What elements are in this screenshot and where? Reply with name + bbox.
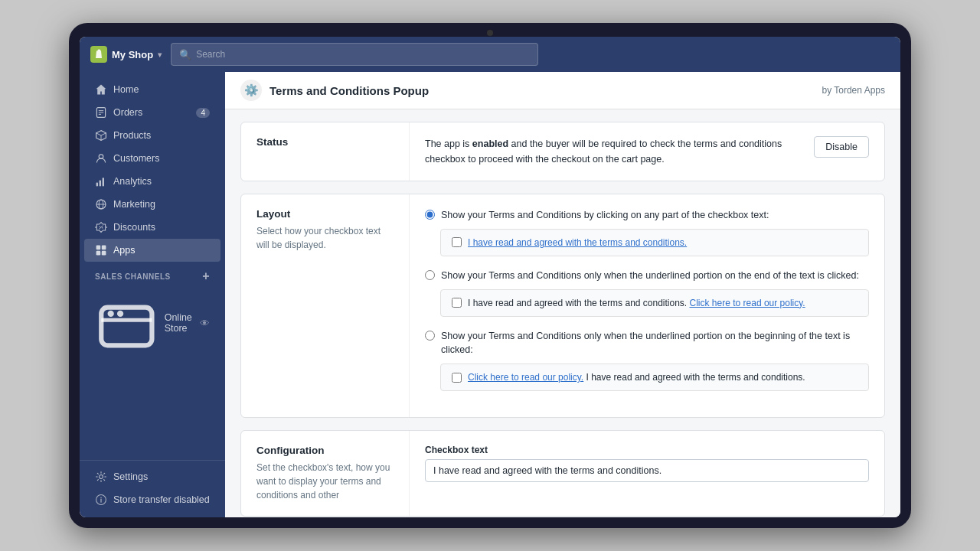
- sidebar-label-store-transfer: Store transfer disabled: [113, 494, 210, 505]
- customers-icon: [95, 152, 107, 165]
- sidebar-item-settings[interactable]: Settings: [84, 465, 220, 488]
- status-section-title: Status: [256, 136, 394, 148]
- status-text-part1: The app is: [425, 139, 472, 149]
- shop-name: My Shop: [112, 49, 153, 60]
- svg-line-7: [101, 133, 106, 135]
- svg-point-25: [108, 311, 114, 317]
- sidebar-item-orders[interactable]: Orders 4: [84, 101, 220, 124]
- shop-logo[interactable]: My Shop ▾: [90, 46, 162, 63]
- content-header: ⚙️ Terms and Conditions Popup by Torden …: [225, 72, 900, 109]
- layout-section-title: Layout: [256, 208, 394, 220]
- sales-channels-label: SALES CHANNELS: [95, 272, 171, 281]
- sidebar-item-store-transfer[interactable]: Store transfer disabled: [84, 488, 220, 511]
- checkbox-text-input[interactable]: [425, 459, 869, 482]
- layout-radio-1[interactable]: [425, 210, 435, 220]
- sidebar-label-marketing: Marketing: [113, 199, 155, 210]
- config-section-desc: Set the checkbox's text, how you want to…: [256, 461, 394, 502]
- tablet-frame: My Shop ▾ 🔍 Search Home: [69, 23, 911, 528]
- orders-icon: [95, 106, 107, 119]
- status-card-inner: Status The app is enabled and the buyer …: [241, 122, 884, 181]
- preview-checkbox-1[interactable]: [452, 237, 462, 247]
- svg-point-30: [100, 497, 101, 497]
- sidebar-label-discounts: Discounts: [113, 222, 155, 233]
- preview-link-1[interactable]: I have read and agreed with the terms an…: [468, 237, 687, 248]
- search-bar[interactable]: 🔍 Search: [171, 43, 538, 66]
- layout-card: Layout Select how your checkbox text wil…: [240, 194, 885, 418]
- status-card-right: The app is enabled and the buyer will be…: [410, 122, 884, 181]
- preview-checkbox-3[interactable]: [452, 373, 462, 383]
- shopify-logo-icon: [90, 46, 107, 63]
- layout-option-1-label: Show your Terms and Conditions by clicki…: [441, 208, 769, 223]
- svg-rect-9: [96, 183, 98, 187]
- page-title: Terms and Conditions Popup: [270, 84, 429, 97]
- layout-card-right: Show your Terms and Conditions by clicki…: [410, 194, 884, 417]
- content-header-left: ⚙️ Terms and Conditions Popup: [240, 80, 429, 101]
- config-card-left: Configuration Set the checkbox's text, h…: [241, 431, 410, 516]
- layout-section-desc: Select how your checkbox text will be di…: [256, 224, 394, 252]
- discounts-icon: [95, 221, 107, 233]
- tablet-camera: [487, 30, 493, 36]
- status-card: Status The app is enabled and the buyer …: [240, 122, 885, 181]
- products-icon: [95, 129, 107, 142]
- svg-rect-20: [102, 246, 106, 250]
- layout-option-3: Show your Terms and Conditions only when…: [425, 329, 869, 392]
- layout-card-inner: Layout Select how your checkbox text wil…: [241, 194, 884, 417]
- svg-point-16: [100, 226, 101, 227]
- disable-button[interactable]: Disable: [814, 136, 869, 158]
- config-card: Configuration Set the checkbox's text, h…: [240, 430, 885, 517]
- preview-text-1: I have read and agreed with the terms an…: [468, 237, 687, 248]
- sidebar-item-products[interactable]: Products: [84, 124, 220, 147]
- layout-option-2-row: Show your Terms and Conditions only when…: [425, 269, 869, 283]
- preview-link-2[interactable]: Click here to read our policy.: [690, 298, 805, 308]
- svg-rect-22: [102, 251, 106, 256]
- preview-link-3[interactable]: Click here to read our policy.: [468, 372, 583, 383]
- search-icon: 🔍: [179, 49, 191, 60]
- marketing-icon: [95, 198, 107, 210]
- sidebar-label-analytics: Analytics: [113, 176, 152, 187]
- sales-channels-section: SALES CHANNELS +: [84, 262, 220, 286]
- sidebar-label-home: Home: [113, 84, 139, 95]
- status-content: The app is enabled and the buyer will be…: [425, 136, 869, 167]
- home-icon: [95, 83, 107, 96]
- svg-point-26: [117, 311, 123, 317]
- sidebar-item-marketing[interactable]: Marketing: [84, 193, 220, 216]
- sidebar-item-home[interactable]: Home: [84, 78, 220, 101]
- content-body: Status The app is enabled and the buyer …: [225, 109, 900, 517]
- layout-option-2: Show your Terms and Conditions only when…: [425, 269, 869, 317]
- add-sales-channel-icon[interactable]: +: [202, 269, 210, 283]
- svg-rect-19: [96, 246, 101, 250]
- topbar: My Shop ▾ 🔍 Search: [80, 37, 900, 72]
- shop-dropdown-icon: ▾: [158, 51, 162, 59]
- layout-option-2-preview: I have read and agreed with the terms an…: [440, 289, 869, 317]
- sidebar-item-discounts[interactable]: Discounts: [84, 216, 220, 239]
- status-enabled-text: enabled: [472, 139, 508, 149]
- app-gear-icon: ⚙️: [240, 80, 262, 101]
- layout-option-1-preview: I have read and agreed with the terms an…: [440, 229, 869, 256]
- sidebar-item-online-store[interactable]: Online Store 👁: [84, 286, 220, 360]
- sidebar-label-customers: Customers: [113, 153, 159, 164]
- preview-checkbox-2[interactable]: [452, 298, 462, 308]
- layout-option-2-label: Show your Terms and Conditions only when…: [441, 269, 859, 283]
- svg-line-18: [100, 226, 103, 230]
- layout-option-1: Show your Terms and Conditions by clicki…: [425, 208, 869, 256]
- apps-icon: [95, 244, 107, 256]
- svg-line-6: [96, 133, 101, 135]
- sidebar-bottom: Settings Store transfer disabled: [80, 460, 225, 511]
- preview-text-2: I have read and agreed with the terms an…: [468, 298, 805, 308]
- layout-option-3-preview: Click here to read our policy. I have re…: [440, 364, 869, 391]
- sidebar-label-apps: Apps: [113, 245, 136, 256]
- layout-radio-3[interactable]: [425, 331, 435, 341]
- sidebar-item-apps[interactable]: Apps: [84, 239, 220, 262]
- layout-option-1-row: Show your Terms and Conditions by clicki…: [425, 208, 869, 223]
- layout-radio-2[interactable]: [425, 270, 435, 280]
- online-store-icon: [95, 292, 158, 355]
- status-card-left: Status: [241, 122, 410, 181]
- layout-option-3-label: Show your Terms and Conditions only when…: [441, 329, 869, 358]
- sidebar-item-analytics[interactable]: Analytics: [84, 170, 220, 193]
- preview-text-3: Click here to read our policy. I have re…: [468, 372, 805, 383]
- checkbox-text-label: Checkbox text: [425, 445, 869, 455]
- sidebar-item-customers[interactable]: Customers: [84, 147, 220, 170]
- layout-option-3-row: Show your Terms and Conditions only when…: [425, 329, 869, 358]
- tablet-screen: My Shop ▾ 🔍 Search Home: [80, 37, 900, 517]
- sidebar-label-products: Products: [113, 130, 151, 141]
